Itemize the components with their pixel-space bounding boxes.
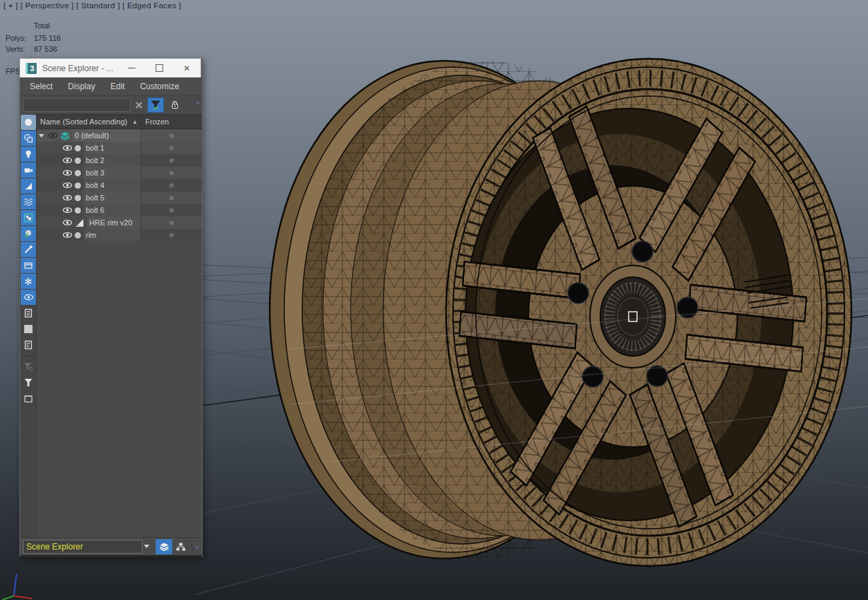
menu-select[interactable]: Select [30, 82, 53, 91]
frozen-toggle[interactable]: ❄ [140, 216, 202, 229]
scene-explorer-window: 3 Scene Explorer - ... ✕ Select Display … [19, 58, 203, 557]
filter-xrefs-button[interactable] [21, 226, 36, 241]
eye-icon[interactable] [62, 169, 73, 177]
column-header-row: Name (Sorted Ascending) ▲ Frozen [37, 114, 202, 129]
search-input[interactable] [23, 98, 131, 112]
filter-funnel-button[interactable] [147, 97, 164, 113]
frozen-toggle[interactable]: ❄ [140, 229, 202, 241]
eye-icon[interactable] [62, 206, 73, 214]
filter-groups-button[interactable] [21, 210, 36, 225]
filter-frozen-objects-button[interactable]: ✻ [21, 274, 36, 289]
filter-space-warps-button[interactable] [21, 194, 36, 209]
eye-icon[interactable] [48, 131, 58, 140]
row-label[interactable]: bolt 2 [84, 154, 140, 167]
properties-view-button[interactable] [21, 337, 36, 353]
tree-row-hre-rim-v20[interactable]: HRE rim v20 ❄ [37, 216, 202, 229]
filter-button[interactable] [21, 375, 36, 390]
geometry-object-icon [75, 232, 81, 238]
toolbar-separator [21, 355, 35, 356]
menubar: Select Display Edit Customize [20, 77, 202, 95]
tree-row-layer-default[interactable]: 0 (default) ❄ [37, 129, 202, 142]
geometry-object-icon [75, 182, 81, 189]
column-header-frozen[interactable]: Frozen [141, 118, 202, 126]
lock-icon[interactable] [167, 97, 183, 113]
stats-polys-value: 175 116 [34, 34, 61, 42]
sort-by-hierarchy-button[interactable] [172, 539, 189, 554]
menu-edit[interactable]: Edit [111, 82, 125, 91]
stats-polys-label: Polys: [6, 34, 26, 42]
menu-customize[interactable]: Customize [140, 82, 179, 91]
display-filter-toolbar: ✻ [20, 114, 37, 537]
window-titlebar[interactable]: 3 Scene Explorer - ... ✕ [19, 58, 201, 77]
geometry-object-icon [75, 158, 81, 164]
wheel-model [270, 59, 851, 566]
eye-icon[interactable] [62, 194, 73, 202]
search-overflow-chevron[interactable]: » [196, 98, 200, 106]
filter-geometry-button[interactable] [21, 115, 36, 130]
filter-hidden-objects-button[interactable] [21, 290, 36, 305]
eye-icon[interactable] [62, 231, 73, 239]
frozen-toggle[interactable]: ❄ [140, 129, 202, 142]
eye-icon[interactable] [62, 218, 73, 227]
bottom-bar-separator [192, 541, 192, 553]
filter-helpers-button[interactable] [21, 178, 36, 194]
row-label[interactable]: bolt 4 [84, 179, 140, 191]
scene-tree: 0 (default) ❄ bolt 1 ❄ bolt 2 ❄ bol [37, 129, 202, 241]
frozen-toggle[interactable]: ❄ [140, 154, 202, 167]
filter-lights-button[interactable] [21, 147, 36, 162]
search-bar: » [20, 95, 202, 114]
explorer-selector[interactable]: Scene Explorer [23, 540, 142, 554]
stats-fps-label: FPS [6, 67, 20, 75]
filter-cameras-button[interactable] [21, 162, 36, 178]
eye-icon[interactable] [62, 144, 73, 152]
eye-icon[interactable] [62, 181, 73, 189]
tree-row-bolt-3[interactable]: bolt 3 ❄ [37, 167, 202, 179]
stats-verts-label: Verts: [6, 45, 25, 53]
tree-row-bolt-6[interactable]: bolt 6 ❄ [37, 204, 202, 216]
list-view-button[interactable] [21, 306, 36, 321]
bottom-overflow-chevron[interactable]: » [195, 543, 199, 551]
expand-arrow-icon[interactable] [39, 134, 44, 138]
tree-row-bolt-5[interactable]: bolt 5 ❄ [37, 191, 202, 204]
frozen-toggle[interactable]: ❄ [140, 191, 202, 204]
frozen-toggle[interactable]: ❄ [140, 179, 202, 191]
clear-search-icon[interactable] [131, 97, 147, 113]
tree-row-rim[interactable]: rim ❄ [37, 229, 202, 241]
sort-ascending-icon: ▲ [132, 119, 138, 125]
frozen-toggle[interactable]: ❄ [140, 142, 202, 154]
tree-row-bolt-4[interactable]: bolt 4 ❄ [37, 179, 202, 191]
triangle-ruler-icon [75, 218, 84, 227]
row-label[interactable]: bolt 5 [84, 191, 140, 204]
explorer-bottom-bar: Scene Explorer » [20, 537, 202, 555]
stats-verts-value: 87 536 [34, 45, 57, 53]
filter-bones-button[interactable] [21, 242, 36, 257]
frozen-toggle[interactable]: ❄ [140, 204, 202, 216]
blank-button[interactable] [21, 321, 36, 337]
container-button[interactable] [21, 391, 36, 406]
sort-by-layer-button[interactable] [156, 539, 172, 554]
minimize-button[interactable] [118, 59, 145, 77]
tree-row-bolt-2[interactable]: bolt 2 ❄ [37, 154, 202, 167]
column-header-name[interactable]: Name (Sorted Ascending) ▲ [37, 118, 141, 126]
geometry-object-icon [75, 195, 81, 201]
viewport-label[interactable]: [ + ] [ Perspective ] [ Standard ] [ Edg… [3, 1, 181, 10]
maximize-button[interactable] [145, 59, 173, 77]
window-title: Scene Explorer - ... [42, 64, 118, 73]
row-label[interactable]: bolt 1 [84, 142, 140, 154]
explorer-selector-dropdown-button[interactable] [142, 540, 152, 554]
row-label[interactable]: bolt 3 [84, 167, 140, 179]
3dsmax-logo-icon: 3 [26, 63, 37, 74]
stats-total-header: Total [34, 21, 50, 30]
eye-icon[interactable] [62, 156, 73, 165]
row-label[interactable]: bolt 6 [84, 204, 140, 216]
row-label[interactable]: HRE rim v20 [87, 216, 140, 229]
tree-row-bolt-1[interactable]: bolt 1 ❄ [37, 142, 202, 154]
row-label[interactable]: rim [84, 229, 140, 241]
frozen-toggle[interactable]: ❄ [140, 167, 202, 179]
advanced-filter-button[interactable] [21, 359, 36, 374]
close-button[interactable]: ✕ [173, 59, 201, 77]
menu-display[interactable]: Display [68, 82, 95, 91]
filter-shapes-button[interactable] [21, 131, 36, 146]
row-label[interactable]: 0 (default) [73, 129, 140, 142]
filter-containers-button[interactable] [21, 258, 36, 273]
